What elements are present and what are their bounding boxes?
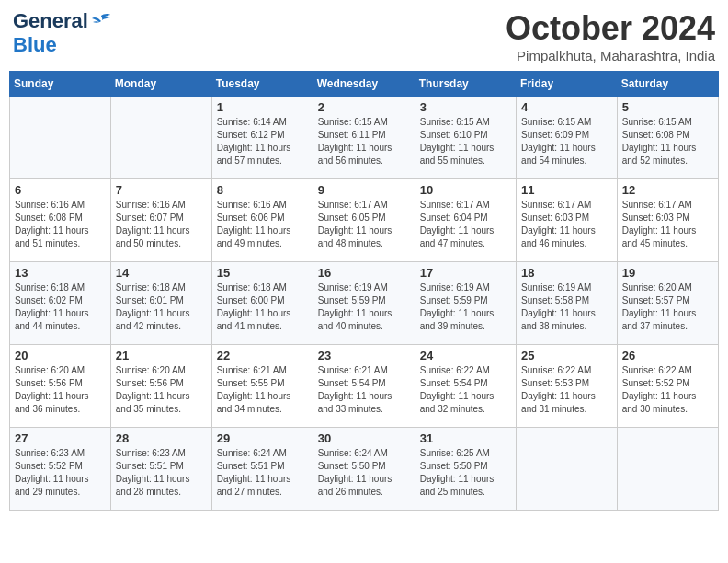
day-info: Sunrise: 6:14 AM Sunset: 6:12 PM Dayligh…	[217, 116, 308, 167]
calendar-cell: 15Sunrise: 6:18 AM Sunset: 6:00 PM Dayli…	[211, 262, 313, 345]
calendar-cell: 20Sunrise: 6:20 AM Sunset: 5:56 PM Dayli…	[10, 345, 111, 428]
title-section: October 2024 Pimpalkhuta, Maharashtra, I…	[506, 9, 715, 63]
weekday-header-saturday: Saturday	[617, 72, 718, 97]
calendar-cell: 6Sunrise: 6:16 AM Sunset: 6:08 PM Daylig…	[10, 179, 111, 262]
day-number: 16	[318, 266, 410, 280]
calendar-cell: 17Sunrise: 6:19 AM Sunset: 5:59 PM Dayli…	[415, 262, 516, 345]
day-info: Sunrise: 6:24 AM Sunset: 5:50 PM Dayligh…	[318, 447, 410, 499]
day-info: Sunrise: 6:16 AM Sunset: 6:06 PM Dayligh…	[217, 199, 308, 250]
calendar-cell: 29Sunrise: 6:24 AM Sunset: 5:51 PM Dayli…	[211, 428, 313, 511]
calendar-cell: 9Sunrise: 6:17 AM Sunset: 6:05 PM Daylig…	[313, 179, 415, 262]
location-title: Pimpalkhuta, Maharashtra, India	[506, 48, 715, 63]
day-info: Sunrise: 6:15 AM Sunset: 6:10 PM Dayligh…	[420, 116, 511, 167]
calendar-cell: 13Sunrise: 6:18 AM Sunset: 6:02 PM Dayli…	[10, 262, 111, 345]
day-number: 25	[521, 349, 612, 362]
day-info: Sunrise: 6:16 AM Sunset: 6:07 PM Dayligh…	[116, 199, 207, 250]
logo-general: General	[13, 9, 88, 33]
day-info: Sunrise: 6:23 AM Sunset: 5:51 PM Dayligh…	[116, 447, 207, 499]
day-info: Sunrise: 6:21 AM Sunset: 5:55 PM Dayligh…	[217, 364, 308, 416]
day-number: 26	[622, 349, 713, 362]
calendar-table: SundayMondayTuesdayWednesdayThursdayFrid…	[9, 71, 719, 511]
day-number: 29	[217, 431, 308, 445]
day-number: 18	[521, 266, 612, 280]
day-info: Sunrise: 6:25 AM Sunset: 5:50 PM Dayligh…	[420, 447, 511, 499]
day-number: 6	[15, 183, 106, 197]
day-number: 2	[318, 100, 410, 114]
day-info: Sunrise: 6:21 AM Sunset: 5:54 PM Dayligh…	[318, 364, 410, 416]
logo-blue: Blue	[13, 33, 57, 57]
calendar-cell: 23Sunrise: 6:21 AM Sunset: 5:54 PM Dayli…	[313, 345, 415, 428]
day-number: 20	[15, 349, 106, 362]
calendar-week-row: 13Sunrise: 6:18 AM Sunset: 6:02 PM Dayli…	[10, 262, 719, 345]
day-number: 21	[116, 349, 207, 362]
day-number: 11	[521, 183, 612, 197]
day-info: Sunrise: 6:18 AM Sunset: 6:02 PM Dayligh…	[15, 282, 106, 333]
calendar-cell: 30Sunrise: 6:24 AM Sunset: 5:50 PM Dayli…	[313, 428, 415, 511]
day-info: Sunrise: 6:18 AM Sunset: 6:00 PM Dayligh…	[217, 282, 308, 333]
day-number: 1	[217, 100, 308, 114]
day-number: 12	[622, 183, 713, 197]
day-number: 17	[420, 266, 511, 280]
day-info: Sunrise: 6:17 AM Sunset: 6:04 PM Dayligh…	[420, 199, 511, 250]
weekday-header-sunday: Sunday	[10, 72, 111, 97]
calendar-header-row: SundayMondayTuesdayWednesdayThursdayFrid…	[10, 72, 719, 97]
day-number: 8	[217, 183, 308, 197]
day-number: 22	[217, 349, 308, 362]
day-info: Sunrise: 6:16 AM Sunset: 6:08 PM Dayligh…	[15, 199, 106, 250]
day-info: Sunrise: 6:24 AM Sunset: 5:51 PM Dayligh…	[217, 447, 308, 499]
day-info: Sunrise: 6:17 AM Sunset: 6:05 PM Dayligh…	[318, 199, 410, 250]
calendar-cell: 3Sunrise: 6:15 AM Sunset: 6:10 PM Daylig…	[415, 97, 516, 179]
day-number: 27	[15, 431, 106, 445]
calendar-cell: 1Sunrise: 6:14 AM Sunset: 6:12 PM Daylig…	[211, 97, 313, 179]
calendar-cell: 8Sunrise: 6:16 AM Sunset: 6:06 PM Daylig…	[211, 179, 313, 262]
day-number: 31	[420, 431, 511, 445]
calendar-cell: 27Sunrise: 6:23 AM Sunset: 5:52 PM Dayli…	[10, 428, 111, 511]
day-number: 10	[420, 183, 511, 197]
logo: General Blue	[13, 9, 112, 57]
day-number: 19	[622, 266, 713, 280]
calendar-week-row: 1Sunrise: 6:14 AM Sunset: 6:12 PM Daylig…	[10, 97, 719, 179]
logo-bird-icon	[90, 12, 112, 30]
calendar-cell: 4Sunrise: 6:15 AM Sunset: 6:09 PM Daylig…	[517, 97, 618, 179]
weekday-header-tuesday: Tuesday	[211, 72, 313, 97]
month-title: October 2024	[506, 9, 715, 48]
calendar-week-row: 20Sunrise: 6:20 AM Sunset: 5:56 PM Dayli…	[10, 345, 719, 428]
calendar-cell: 18Sunrise: 6:19 AM Sunset: 5:58 PM Dayli…	[517, 262, 618, 345]
calendar-cell: 10Sunrise: 6:17 AM Sunset: 6:04 PM Dayli…	[415, 179, 516, 262]
weekday-header-wednesday: Wednesday	[313, 72, 415, 97]
day-number: 5	[622, 100, 713, 114]
day-number: 3	[420, 100, 511, 114]
day-info: Sunrise: 6:15 AM Sunset: 6:08 PM Dayligh…	[622, 116, 713, 167]
day-number: 9	[318, 183, 410, 197]
day-info: Sunrise: 6:19 AM Sunset: 5:59 PM Dayligh…	[318, 282, 410, 333]
calendar-cell	[10, 97, 111, 179]
calendar-cell	[617, 428, 718, 511]
calendar-cell: 11Sunrise: 6:17 AM Sunset: 6:03 PM Dayli…	[517, 179, 618, 262]
calendar-cell: 5Sunrise: 6:15 AM Sunset: 6:08 PM Daylig…	[617, 97, 718, 179]
calendar-cell: 16Sunrise: 6:19 AM Sunset: 5:59 PM Dayli…	[313, 262, 415, 345]
calendar-cell: 21Sunrise: 6:20 AM Sunset: 5:56 PM Dayli…	[110, 345, 211, 428]
day-info: Sunrise: 6:23 AM Sunset: 5:52 PM Dayligh…	[15, 447, 106, 499]
day-number: 28	[116, 431, 207, 445]
day-number: 13	[15, 266, 106, 280]
calendar-cell: 12Sunrise: 6:17 AM Sunset: 6:03 PM Dayli…	[617, 179, 718, 262]
day-number: 23	[318, 349, 410, 362]
calendar-week-row: 27Sunrise: 6:23 AM Sunset: 5:52 PM Dayli…	[10, 428, 719, 511]
day-info: Sunrise: 6:18 AM Sunset: 6:01 PM Dayligh…	[116, 282, 207, 333]
day-info: Sunrise: 6:17 AM Sunset: 6:03 PM Dayligh…	[622, 199, 713, 250]
calendar-cell: 24Sunrise: 6:22 AM Sunset: 5:54 PM Dayli…	[415, 345, 516, 428]
calendar-cell: 14Sunrise: 6:18 AM Sunset: 6:01 PM Dayli…	[110, 262, 211, 345]
weekday-header-friday: Friday	[517, 72, 618, 97]
page-header: General Blue October 2024 Pimpalkhuta, M…	[9, 9, 719, 63]
calendar-cell: 2Sunrise: 6:15 AM Sunset: 6:11 PM Daylig…	[313, 97, 415, 179]
day-number: 24	[420, 349, 511, 362]
day-info: Sunrise: 6:22 AM Sunset: 5:52 PM Dayligh…	[622, 364, 713, 416]
calendar-cell	[517, 428, 618, 511]
day-number: 14	[116, 266, 207, 280]
day-number: 4	[521, 100, 612, 114]
calendar-cell: 31Sunrise: 6:25 AM Sunset: 5:50 PM Dayli…	[415, 428, 516, 511]
calendar-week-row: 6Sunrise: 6:16 AM Sunset: 6:08 PM Daylig…	[10, 179, 719, 262]
day-info: Sunrise: 6:17 AM Sunset: 6:03 PM Dayligh…	[521, 199, 612, 250]
day-info: Sunrise: 6:19 AM Sunset: 5:58 PM Dayligh…	[521, 282, 612, 333]
calendar-cell: 25Sunrise: 6:22 AM Sunset: 5:53 PM Dayli…	[517, 345, 618, 428]
